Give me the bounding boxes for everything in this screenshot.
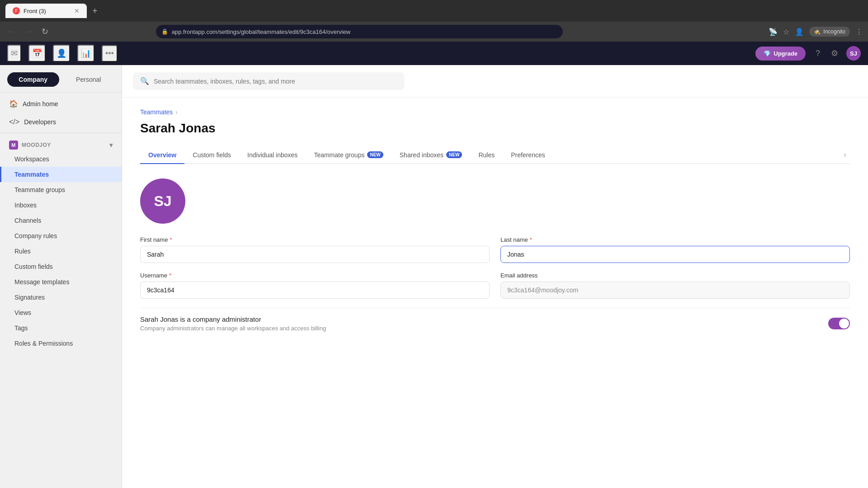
incognito-label: Incognito xyxy=(823,28,845,35)
sidebar-item-views[interactable]: Views xyxy=(0,305,122,320)
contacts-icon[interactable]: 👤 xyxy=(53,45,70,62)
active-tab[interactable]: F Front (3) ✕ xyxy=(5,4,87,18)
username-label: Username * xyxy=(140,272,490,279)
sidebar-subitems: Workspaces Teammates Teammate groups Inb… xyxy=(0,151,122,351)
username-input[interactable] xyxy=(140,282,490,299)
more-icon[interactable]: ••• xyxy=(102,45,118,62)
form-group-lastname: Last name * xyxy=(500,236,850,263)
email-label: Email address xyxy=(500,272,850,279)
browser-tabs: F Front (3) ✕ + xyxy=(5,4,863,18)
sidebar-item-teammates[interactable]: Teammates xyxy=(0,167,122,182)
inbox-icon[interactable]: ✉ xyxy=(7,45,21,62)
sidebar-item-inboxes[interactable]: Inboxes xyxy=(0,197,122,213)
address-bar[interactable]: 🔒 app.frontapp.com/settings/global/teamm… xyxy=(156,25,563,38)
toggle-knob xyxy=(839,319,849,328)
sidebar-expand-icon[interactable]: ▾ xyxy=(109,141,113,149)
sidebar-item-admin-home[interactable]: 🏠 Admin home xyxy=(0,94,122,113)
back-button[interactable]: ← xyxy=(5,25,17,38)
first-name-input[interactable] xyxy=(140,246,490,263)
admin-desc: Company administrators can manage all wo… xyxy=(140,325,326,332)
sidebar-item-workspaces[interactable]: Workspaces xyxy=(0,151,122,167)
new-tab-button[interactable]: + xyxy=(89,4,101,18)
sidebar-item-tags[interactable]: Tags xyxy=(0,320,122,336)
main-layout: Company Personal 🏠 Admin home </> Develo… xyxy=(0,65,868,488)
sidebar-item-channels[interactable]: Channels xyxy=(0,213,122,228)
search-input[interactable] xyxy=(154,78,397,85)
sidebar-item-developers[interactable]: </> Developers xyxy=(0,113,122,131)
page-content: Teammates › Sarah Jonas Overview Custom … xyxy=(122,98,868,488)
sidebar: Company Personal 🏠 Admin home </> Develo… xyxy=(0,65,122,488)
company-tab-button[interactable]: Company xyxy=(7,72,59,87)
tabs-more-button[interactable]: › xyxy=(840,146,850,163)
admin-toggle-row: Sarah Jonas is a company administrator C… xyxy=(140,308,850,339)
sidebar-item-custom-fields[interactable]: Custom fields xyxy=(0,259,122,274)
profile-button[interactable]: 👤 xyxy=(795,28,804,36)
tab-custom-fields[interactable]: Custom fields xyxy=(184,147,239,164)
home-icon: 🏠 xyxy=(9,99,18,108)
sidebar-item-signatures[interactable]: Signatures xyxy=(0,290,122,305)
menu-button[interactable]: ⋮ xyxy=(855,28,863,36)
sidebar-org-section: M Moodjoy ▾ xyxy=(0,135,122,151)
tab-close-button[interactable]: ✕ xyxy=(74,7,80,14)
address-bar-row: ← → ↻ 🔒 app.frontapp.com/settings/global… xyxy=(0,22,868,42)
user-avatar[interactable]: SJ xyxy=(140,178,185,224)
cast-button[interactable]: 📡 xyxy=(769,28,778,36)
analytics-icon[interactable]: 📊 xyxy=(77,45,94,62)
page-title: Sarah Jonas xyxy=(140,121,850,136)
breadcrumb-link[interactable]: Teammates xyxy=(140,108,173,116)
top-search: 🔍 xyxy=(122,65,868,98)
url-text: app.frontapp.com/settings/global/teammat… xyxy=(172,28,350,35)
sidebar-item-rules[interactable]: Rules xyxy=(0,244,122,259)
form-row-credentials: Username * Email address xyxy=(140,272,850,299)
tab-shared-inboxes[interactable]: Shared inboxes NEW xyxy=(392,147,471,164)
incognito-badge: 🕵 Incognito xyxy=(809,27,850,37)
bookmark-button[interactable]: ☆ xyxy=(783,28,789,36)
sidebar-item-admin-home-label: Admin home xyxy=(23,100,58,108)
tab-teammate-groups[interactable]: Teammate groups NEW xyxy=(306,147,391,164)
required-star-firstname: * xyxy=(170,236,172,243)
sidebar-item-teammate-groups[interactable]: Teammate groups xyxy=(0,182,122,197)
required-star-lastname: * xyxy=(530,236,532,243)
tab-overview[interactable]: Overview xyxy=(140,147,184,164)
content-area: 🔍 Teammates › Sarah Jonas Overview Custo… xyxy=(122,65,868,488)
tab-teammate-groups-badge: NEW xyxy=(367,151,383,158)
settings-button[interactable]: ⚙ xyxy=(828,46,841,61)
diamond-icon: 💎 xyxy=(764,50,771,57)
sidebar-divider-1 xyxy=(0,92,122,93)
org-initial: M xyxy=(9,141,18,150)
sidebar-item-message-templates[interactable]: Message templates xyxy=(0,274,122,290)
search-input-wrap[interactable]: 🔍 xyxy=(133,72,404,90)
incognito-icon: 🕵 xyxy=(814,28,821,35)
admin-title: Sarah Jonas is a company administrator xyxy=(140,315,326,323)
user-avatar-toolbar[interactable]: SJ xyxy=(846,46,861,61)
form-group-email: Email address xyxy=(500,272,850,299)
help-button[interactable]: ? xyxy=(813,46,823,61)
form-row-name: First name * Last name * xyxy=(140,236,850,263)
upgrade-label: Upgrade xyxy=(774,50,797,57)
sidebar-item-company-rules[interactable]: Company rules xyxy=(0,228,122,244)
search-icon: 🔍 xyxy=(140,77,149,85)
reload-button[interactable]: ↻ xyxy=(40,25,50,38)
personal-tab-button[interactable]: Personal xyxy=(63,72,115,87)
upgrade-button[interactable]: 💎 Upgrade xyxy=(755,47,806,61)
browser-chrome: F Front (3) ✕ + xyxy=(0,0,868,22)
tab-shared-inboxes-badge: NEW xyxy=(446,151,462,158)
first-name-label: First name * xyxy=(140,236,490,243)
calendar-icon[interactable]: 📅 xyxy=(28,45,46,62)
last-name-input[interactable] xyxy=(500,246,850,263)
tab-preferences[interactable]: Preferences xyxy=(503,147,553,164)
tab-rules[interactable]: Rules xyxy=(470,147,503,164)
sidebar-item-roles-permissions[interactable]: Roles & Permissions xyxy=(0,336,122,351)
browser-actions: 📡 ☆ 👤 🕵 Incognito ⋮ xyxy=(769,27,863,37)
forward-button[interactable]: → xyxy=(23,25,34,38)
required-star-username: * xyxy=(169,272,171,279)
admin-toggle[interactable] xyxy=(828,318,850,329)
form-group-firstname: First name * xyxy=(140,236,490,263)
toolbar-right: ? ⚙ SJ xyxy=(813,46,861,61)
tab-individual-inboxes[interactable]: Individual inboxes xyxy=(239,147,306,164)
app-toolbar: ✉ 📅 👤 📊 ••• 💎 Upgrade ? ⚙ SJ xyxy=(0,42,868,65)
admin-section: Sarah Jonas is a company administrator C… xyxy=(140,308,850,339)
email-input[interactable] xyxy=(500,282,850,299)
sidebar-divider-2 xyxy=(0,133,122,133)
developers-icon: </> xyxy=(9,118,19,126)
